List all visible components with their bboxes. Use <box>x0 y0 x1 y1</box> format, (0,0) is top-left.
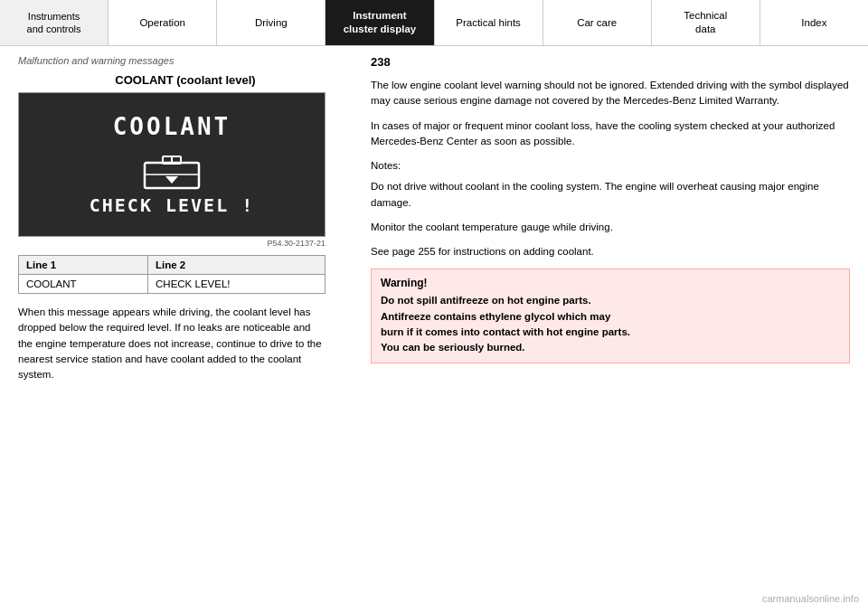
description-text: When this message appears while driving,… <box>18 305 326 382</box>
watermark: carmanualsonline.info <box>762 593 859 604</box>
nav-index[interactable]: Index <box>760 0 868 45</box>
coolant-title: COOLANT (coolant level) <box>18 73 353 87</box>
table-cell-line2: CHECK LEVEL! <box>148 275 326 294</box>
warning-text: Do not spill antifreeze on hot engine pa… <box>381 293 840 355</box>
nav-technical-data[interactable]: Technical data <box>652 0 760 45</box>
notes-label: Notes: <box>371 158 850 174</box>
nav-practical-hints[interactable]: Practical hints <box>435 0 543 45</box>
warning-title: Warning! <box>381 277 840 289</box>
right-column: 238 The low engine coolant level warning… <box>371 55 850 382</box>
info-table: Line 1 Line 2 COOLANT CHECK LEVEL! <box>18 255 326 294</box>
nav-driving[interactable]: Driving <box>217 0 326 45</box>
display-text-bottom: CHECK LEVEL ! <box>90 194 255 216</box>
nav-car-care[interactable]: Car care <box>543 0 652 45</box>
note2: Monitor the coolant temperature gauge wh… <box>371 220 850 235</box>
section-header: Malfunction and warning messages <box>18 55 353 66</box>
table-col1-header: Line 1 <box>19 256 148 275</box>
image-reference: P54.30-2137-21 <box>18 239 326 248</box>
table-col2-header: Line 2 <box>148 256 326 275</box>
coolant-display: COOLANT CHECK LEVEL ! <box>18 92 326 237</box>
navigation-bar: Instruments and controls Operation Drivi… <box>0 0 868 46</box>
coolant-icon <box>140 149 203 194</box>
warning-box: Warning! Do not spill antifreeze on hot … <box>371 269 850 363</box>
svg-marker-4 <box>165 176 178 184</box>
page-number: 238 <box>371 55 850 69</box>
table-cell-line1: COOLANT <box>19 275 148 294</box>
nav-instrument-cluster[interactable]: Instrument cluster display <box>326 0 434 45</box>
nav-instruments[interactable]: Instruments and controls <box>0 0 108 45</box>
right-para2: In cases of major or frequent minor cool… <box>371 118 850 150</box>
note1: Do not drive without coolant in the cool… <box>371 179 850 211</box>
note3: See page 255 for instructions on adding … <box>371 244 850 259</box>
left-column: Malfunction and warning messages COOLANT… <box>18 55 353 382</box>
table-row: COOLANT CHECK LEVEL! <box>19 275 326 294</box>
display-text-top: COOLANT <box>113 113 231 140</box>
nav-operation[interactable]: Operation <box>108 0 217 45</box>
content-area: Malfunction and warning messages COOLANT… <box>0 46 868 391</box>
svg-rect-0 <box>145 163 199 188</box>
right-para1: The low engine coolant level warning sho… <box>371 78 850 109</box>
